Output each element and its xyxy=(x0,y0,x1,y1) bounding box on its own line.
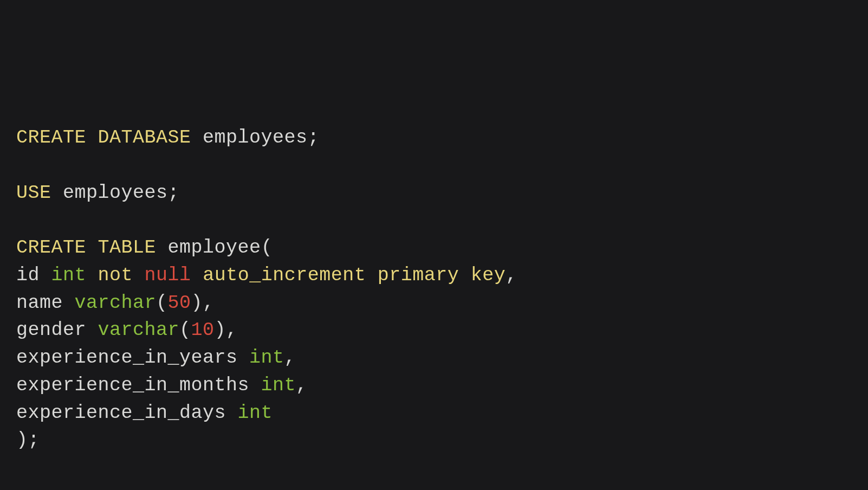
kw-database: DATABASE xyxy=(98,127,191,149)
line-5: CREATE TABLE employee( xyxy=(16,237,273,259)
sql-code-block: CREATE DATABASE employees; USE employees… xyxy=(16,124,852,454)
kw-key: key xyxy=(471,265,506,286)
punct-close-paren-semicolon: ); xyxy=(16,429,40,451)
col-gender: gender xyxy=(16,319,86,341)
kw-null: null xyxy=(145,265,191,286)
type-int: int xyxy=(238,402,273,424)
line-6: id int not null auto_increment primary k… xyxy=(16,265,517,286)
kw-table: TABLE xyxy=(98,237,157,259)
type-int: int xyxy=(261,375,296,396)
punct-comma: , xyxy=(284,347,296,369)
type-varchar: varchar xyxy=(75,292,157,314)
line-8: gender varchar(10), xyxy=(16,319,238,341)
line-7: name varchar(50), xyxy=(16,292,215,314)
line-12: ); xyxy=(16,429,40,451)
kw-primary: primary xyxy=(378,265,459,286)
punct-open-paren: ( xyxy=(156,292,168,314)
col-id: id xyxy=(16,265,40,286)
punct-close-paren-comma: ), xyxy=(191,292,215,314)
col-exp-years: experience_in_years xyxy=(16,347,238,369)
col-name: name xyxy=(16,292,63,314)
punct-comma: , xyxy=(506,265,517,286)
type-int: int xyxy=(51,265,87,286)
type-varchar: varchar xyxy=(98,319,180,341)
col-exp-days: experience_in_days xyxy=(16,402,226,424)
punct-comma: , xyxy=(296,375,308,396)
line-9: experience_in_years int, xyxy=(16,347,296,369)
type-int: int xyxy=(249,347,284,369)
punct-semicolon: ; xyxy=(168,182,180,204)
ident-employees: employees xyxy=(63,182,168,204)
kw-use: USE xyxy=(16,182,51,204)
punct-open-paren: ( xyxy=(179,319,191,341)
num-50: 50 xyxy=(168,292,191,314)
kw-autoincrement: auto_increment xyxy=(203,265,366,286)
kw-not: not xyxy=(98,265,133,286)
punct-semicolon: ; xyxy=(308,127,320,149)
line-1: CREATE DATABASE employees; xyxy=(16,127,319,149)
punct-open-paren: ( xyxy=(261,237,273,259)
ident-employee: employee xyxy=(168,237,261,259)
line-10: experience_in_months int, xyxy=(16,375,308,396)
ident-employees: employees xyxy=(203,127,308,149)
line-3: USE employees; xyxy=(16,182,179,204)
col-exp-months: experience_in_months xyxy=(16,375,249,396)
punct-close-paren-comma: ), xyxy=(215,319,238,341)
kw-create: CREATE xyxy=(16,237,86,259)
line-11: experience_in_days int xyxy=(16,402,273,424)
kw-create: CREATE xyxy=(16,127,86,149)
num-10: 10 xyxy=(191,319,215,341)
